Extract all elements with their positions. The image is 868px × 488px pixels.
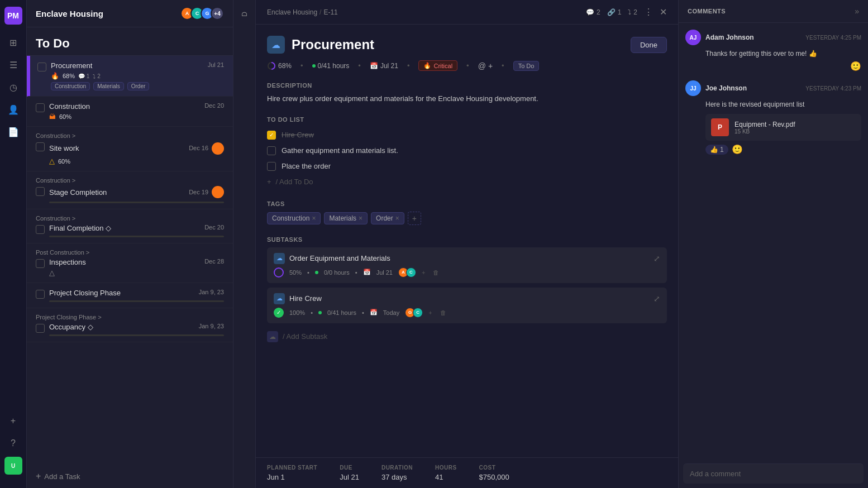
detail-meta-row: 68% • 0/41 hours • 📅 Jul 21 • 🔥 Critical… [267,60,667,71]
todo-check-order[interactable] [267,162,276,171]
task-comment-icon: 💬 1 [78,73,89,79]
subtask-calendar-icon-2: 📅 [370,309,378,316]
task-progress-icon-construction: 🏔 [49,113,56,121]
task-checkbox-sitework[interactable] [36,142,45,151]
tag-order-remove[interactable]: × [395,214,399,222]
meta-sep-5: • [502,61,504,70]
meta-sep-2: • [358,61,361,70]
task-checkbox-finalcompletion[interactable] [36,225,45,234]
close-button[interactable]: ✕ [660,7,667,17]
subtask-delete-2[interactable]: 🗑 [440,309,446,316]
comment-1-emoji-reaction[interactable]: 🙂 [850,61,861,71]
task-item-projectclosing[interactable]: Project Closing Phase Jan 9, 23 [27,283,233,308]
footer-cost: COST $750,000 [479,465,509,481]
home-icon[interactable]: ⊞ [4,34,22,51]
task-name-construction: Construction [49,102,90,111]
add-tag-button[interactable]: + [408,212,421,225]
task-item-finalcompletion[interactable]: Construction > Final Completion ◇ Dec 20 [27,209,233,243]
comment-1-text: Thanks for getting this over to me! 👍 [705,49,861,59]
subtasks-count[interactable]: ⤵ 2 [628,8,637,16]
task-checkbox-procurement[interactable] [37,63,46,71]
meta-date: 📅 Jul 21 [370,62,398,70]
task-item-occupancy[interactable]: Project Closing Phase > Occupancy ◇ Jan … [27,308,233,342]
footer-duration: DURATION 37 days [381,465,413,481]
add-comment-input[interactable]: Add a comment [683,463,864,484]
comments-title: COMMENTS [688,8,726,15]
task-progress-sitework: 60% [58,158,70,165]
task-list-panel: Enclave Housing A C G +4 To Do Procureme… [27,0,233,488]
tags-section: TAGS Construction × Materials × Order × … [267,200,667,225]
task-checkbox-stagecompletion[interactable] [36,187,45,196]
footer-hours: HOURS 41 [435,465,457,481]
todo-section: TO DO LIST ✓ Hire Crew Gather equipment … [267,116,667,189]
task-info-construction: Construction Dec 20 🏔 60% [49,102,224,121]
todo-item-order: Place the order [267,159,667,174]
task-checkbox-inspections[interactable] [36,259,45,268]
todo-check-hire-crew[interactable]: ✓ [267,131,276,140]
subtask-add-assignee-1[interactable]: + [422,269,425,276]
comment-icon: 💬 [586,8,594,16]
reaction-thumbsup[interactable]: 👍 1 [705,145,728,155]
task-progress-bar-occupancy [49,334,224,336]
meta-progress: 68% [267,61,292,70]
comments-count[interactable]: 💬 2 [586,8,600,16]
people-icon[interactable]: 👤 [4,101,22,118]
todo-item-gather: Gather equipment and materials list. [267,143,667,159]
inbox-icon[interactable]: ☰ [4,56,22,74]
meta-hours: 0/41 hours [312,62,350,70]
attachment-name: Equipment - Rev.pdf [735,121,795,128]
task-checkbox-projectclosing[interactable] [36,290,45,299]
more-options-button[interactable]: ⋮ [644,7,653,17]
task-avatar-sitework [212,142,224,155]
breadcrumb-sep: / [319,8,321,16]
task-progress-icon-inspections: △ [49,269,55,277]
subtask-progress-pct-2: 100% [289,309,305,316]
task-checkbox-construction[interactable] [36,103,45,112]
links-count[interactable]: 🔗 1 [607,8,622,16]
add-subtask-button[interactable]: ☁ / Add Subtask [267,328,667,346]
add-workspace-icon[interactable]: + [4,412,22,430]
subtask-date-2: Today [383,309,399,316]
subtask-external-link-1[interactable]: ⤢ [654,254,660,263]
task-item-construction[interactable]: Construction Dec 20 🏔 60% [27,97,233,127]
tag-construction-remove[interactable]: × [312,214,316,222]
detail-header: Enclave Housing / E-11 💬 2 🔗 1 ⤵ 2 ⋮ ✕ [256,0,678,25]
task-detail-panel: Enclave Housing / E-11 💬 2 🔗 1 ⤵ 2 ⋮ ✕ ☁ [256,0,678,488]
meta-hours-dot [312,64,316,68]
subtask-external-link-2[interactable]: ⤢ [654,294,660,303]
user-avatar-icon[interactable]: U [4,457,22,475]
todo-check-gather[interactable] [267,146,276,155]
add-task-button[interactable]: + Add a Task [27,465,233,488]
help-icon[interactable]: ? [4,434,22,452]
detail-title-row: ☁ Procurement Done [267,36,667,54]
comments-panel: COMMENTS » AJ Adam Johnson YESTERDAY 4:2… [678,0,868,488]
attachment-icon: P [711,118,729,136]
tag-order-text: Order [376,214,393,222]
task-checkbox-occupancy[interactable] [36,324,45,333]
clock-icon[interactable]: ◷ [4,78,22,96]
sidebar: PM ⊞ ☰ ◷ 👤 📄 + ? U [0,0,27,488]
add-assignee-icon[interactable]: + [488,61,493,70]
expand-comments-button[interactable]: » [855,7,859,16]
thumbsup-icon: 👍 [710,146,718,154]
task-item-procurement[interactable]: Procurement Jul 21 🔥 68% 💬 1 ⤵ 2 Constru… [27,56,233,97]
task-item-inspections[interactable]: Post Construction > Inspections Dec 28 △ [27,243,233,283]
tag-materials-remove[interactable]: × [359,214,363,222]
subtask-delete-1[interactable]: 🗑 [433,269,439,276]
docs-icon[interactable]: 📄 [4,123,22,141]
task-list: Procurement Jul 21 🔥 68% 💬 1 ⤵ 2 Constru… [27,56,233,465]
project-title: Enclave Housing [36,9,103,18]
comment-2-emoji-button[interactable]: 🙂 [732,144,743,155]
task-date-construction: Dec 20 [204,102,224,111]
project-avatars: A C G +4 [180,7,224,20]
assignee-icon: @ [478,61,486,70]
done-button[interactable]: Done [631,37,667,53]
task-date-stagecompletion: Dec 19 [189,189,208,195]
project-header: Enclave Housing A C G +4 [27,0,233,27]
task-item-sitework[interactable]: Construction > Site work Dec 16 △ 60% [27,127,233,171]
add-todo-button[interactable]: + / Add To Do [267,174,667,189]
subtask-add-assignee-2[interactable]: + [428,309,432,316]
task-group-label-stagecompletion: Construction > [36,177,224,184]
task-item-stagecompletion[interactable]: Construction > Stage Completion Dec 19 [27,171,233,209]
app-logo[interactable]: PM [4,7,22,25]
